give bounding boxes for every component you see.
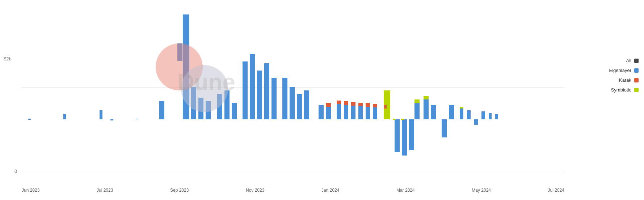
- svg-rect-54: [489, 113, 492, 119]
- svg-rect-45: [424, 96, 429, 99]
- svg-rect-51: [467, 110, 471, 119]
- x-label-jul2023: Jul 2023: [97, 188, 113, 193]
- svg-rect-4: [136, 119, 138, 119]
- svg-rect-19: [282, 78, 287, 119]
- svg-rect-15: [250, 54, 255, 119]
- svg-rect-28: [344, 105, 348, 119]
- svg-rect-22: [304, 90, 309, 119]
- svg-rect-21: [297, 94, 302, 119]
- svg-rect-2: [100, 110, 102, 119]
- svg-rect-35: [366, 103, 370, 107]
- svg-rect-52: [474, 119, 478, 125]
- svg-rect-37: [373, 104, 377, 107]
- svg-rect-48: [449, 105, 454, 119]
- legend-label-karak: Karak: [619, 77, 631, 83]
- svg-rect-23: [319, 105, 324, 119]
- legend-label-eigenlayer: Eigenlayer: [609, 68, 631, 73]
- svg-rect-34: [366, 107, 370, 119]
- svg-rect-56: [393, 119, 396, 120]
- legend-item-karak: Karak: [609, 77, 639, 83]
- svg-rect-24: [326, 107, 331, 119]
- svg-rect-0: [28, 119, 31, 120]
- svg-rect-41: [402, 119, 407, 156]
- svg-rect-11: [217, 94, 222, 119]
- legend-dot-symbiotic: [634, 88, 639, 92]
- svg-rect-1: [63, 114, 66, 119]
- legend-label-all: All: [626, 58, 631, 63]
- chart-svg: [22, 7, 564, 171]
- svg-rect-32: [358, 106, 363, 119]
- x-label-jul2024: Jul 2024: [548, 188, 564, 193]
- svg-rect-47: [442, 119, 447, 137]
- svg-rect-5: [159, 101, 164, 119]
- svg-rect-43: [384, 105, 387, 108]
- svg-rect-55: [495, 114, 498, 119]
- x-label-sep2023: Sep 2023: [170, 188, 189, 193]
- x-label-mar2024: Mar 2024: [396, 188, 415, 193]
- svg-rect-40: [395, 119, 400, 152]
- svg-rect-25: [326, 103, 331, 107]
- svg-rect-46: [431, 105, 436, 119]
- svg-rect-29: [344, 101, 348, 105]
- svg-rect-16: [257, 71, 262, 119]
- svg-rect-6: [177, 43, 182, 61]
- legend-label-symbiotic: Symbiotic: [611, 87, 631, 93]
- legend: All Eigenlayer Karak Symbiotic: [609, 58, 639, 93]
- legend-item-symbiotic: Symbiotic: [609, 87, 639, 93]
- legend-item-eigenlayer: Eigenlayer: [609, 68, 639, 73]
- svg-rect-7: [183, 14, 189, 119]
- chart-container: $2b 0 Dune: [0, 0, 644, 200]
- svg-rect-12: [224, 90, 230, 119]
- svg-rect-27: [337, 101, 341, 104]
- svg-rect-14: [243, 61, 248, 119]
- legend-dot-karak: [634, 78, 639, 82]
- svg-rect-44: [424, 99, 429, 119]
- svg-rect-3: [110, 119, 113, 120]
- svg-rect-31: [351, 102, 355, 106]
- svg-rect-8: [191, 87, 196, 119]
- x-label-may2024: May 2024: [472, 188, 491, 193]
- svg-rect-30: [351, 106, 355, 119]
- svg-rect-49: [460, 108, 463, 119]
- x-axis-labels: Jun 2023 Jul 2023 Sep 2023 Nov 2023 Jan …: [22, 188, 564, 193]
- x-label-nov2023: Nov 2023: [246, 188, 264, 193]
- svg-rect-58: [414, 103, 420, 119]
- svg-rect-36: [373, 107, 377, 119]
- svg-rect-13: [232, 103, 237, 119]
- svg-rect-10: [206, 101, 211, 119]
- svg-rect-59: [414, 99, 420, 103]
- x-label-jun2023: Jun 2023: [22, 188, 39, 193]
- y-axis-label: $2b: [4, 56, 12, 61]
- svg-rect-17: [264, 63, 269, 119]
- legend-item-all: All: [609, 58, 639, 63]
- svg-rect-9: [198, 98, 203, 119]
- svg-rect-57: [401, 119, 404, 120]
- zero-label: 0: [14, 169, 17, 174]
- svg-rect-33: [358, 103, 363, 106]
- x-label-jan2024: Jan 2024: [321, 188, 339, 193]
- legend-dot-all: [634, 59, 639, 63]
- svg-rect-20: [290, 87, 295, 119]
- legend-dot-eigenlayer: [634, 68, 639, 73]
- svg-rect-53: [481, 111, 485, 119]
- svg-rect-18: [272, 78, 277, 119]
- svg-rect-50: [460, 107, 463, 108]
- svg-rect-42: [409, 119, 414, 150]
- svg-rect-26: [337, 104, 341, 119]
